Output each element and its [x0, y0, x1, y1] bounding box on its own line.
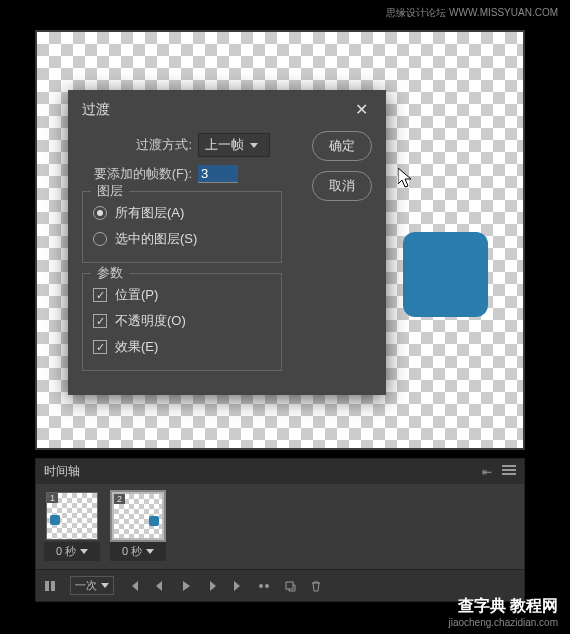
frame-delay-value: 0 秒: [56, 544, 76, 559]
loop-select[interactable]: 一次: [70, 576, 114, 595]
layers-fieldset: 图层 所有图层(A) 选中的图层(S): [82, 191, 282, 263]
timeline-dock-icon[interactable]: ⇤: [482, 465, 492, 479]
timeline-frame[interactable]: 1 0 秒: [44, 492, 100, 561]
dialog-header: 过渡 ✕: [68, 90, 386, 129]
chevron-down-icon: [80, 549, 88, 554]
radio-all-layers-label: 所有图层(A): [115, 204, 184, 222]
frame-number: 1: [47, 493, 58, 503]
frame-content-icon: [50, 515, 60, 525]
loop-value: 一次: [75, 578, 97, 593]
svg-rect-4: [286, 582, 293, 589]
params-legend: 参数: [91, 264, 129, 282]
frames-to-add-input[interactable]: [198, 165, 238, 183]
radio-selected-layers-label: 选中的图层(S): [115, 230, 197, 248]
checkbox-icon: [93, 340, 107, 354]
tween-icon[interactable]: [258, 580, 270, 592]
tween-dialog: 过渡 ✕ 确定 取消 过渡方式: 上一帧 要添加的帧数(F): 图层 所有图层(…: [68, 90, 386, 395]
check-effect[interactable]: 效果(E): [93, 334, 271, 360]
frame-delay-select[interactable]: 0 秒: [110, 542, 166, 561]
cancel-button[interactable]: 取消: [312, 171, 372, 201]
timeline-frames: 1 0 秒 2 0 秒: [36, 484, 524, 569]
frame-content-icon: [149, 516, 159, 526]
tween-method-select[interactable]: 上一帧: [198, 133, 270, 157]
check-opacity[interactable]: 不透明度(O): [93, 308, 271, 334]
last-frame-icon[interactable]: [232, 580, 244, 592]
duplicate-frame-icon[interactable]: [284, 580, 296, 592]
prev-frame-icon[interactable]: [154, 580, 166, 592]
check-effect-label: 效果(E): [115, 338, 158, 356]
chevron-down-icon: [146, 549, 154, 554]
frame-delay-select[interactable]: 0 秒: [44, 542, 100, 561]
radio-selected-layers[interactable]: 选中的图层(S): [93, 226, 271, 252]
tween-method-label: 过渡方式:: [82, 136, 192, 154]
watermark-bottom-url: jiaocheng.chazidian.com: [448, 617, 558, 628]
radio-icon: [93, 206, 107, 220]
first-frame-icon[interactable]: [128, 580, 140, 592]
play-icon[interactable]: [180, 580, 192, 592]
delete-frame-icon[interactable]: [310, 580, 322, 592]
svg-rect-1: [51, 581, 55, 591]
convert-timeline-icon[interactable]: [44, 580, 56, 592]
frame-delay-value: 0 秒: [122, 544, 142, 559]
close-icon[interactable]: ✕: [351, 100, 372, 119]
params-fieldset: 参数 位置(P) 不透明度(O) 效果(E): [82, 273, 282, 371]
watermark-top: 思缘设计论坛 WWW.MISSYUAN.COM: [386, 6, 558, 20]
next-frame-icon[interactable]: [206, 580, 218, 592]
checkbox-icon: [93, 288, 107, 302]
timeline-frame[interactable]: 2 0 秒: [110, 492, 166, 561]
ok-button[interactable]: 确定: [312, 131, 372, 161]
chevron-down-icon: [101, 583, 109, 588]
radio-all-layers[interactable]: 所有图层(A): [93, 200, 271, 226]
check-opacity-label: 不透明度(O): [115, 312, 186, 330]
frames-to-add-label: 要添加的帧数(F):: [82, 165, 192, 183]
chevron-down-icon: [250, 143, 258, 148]
layers-legend: 图层: [91, 182, 129, 200]
timeline-panel: 时间轴 ⇤ 1 0 秒 2 0 秒: [35, 458, 525, 602]
svg-point-3: [265, 584, 269, 588]
svg-rect-0: [45, 581, 49, 591]
check-position[interactable]: 位置(P): [93, 282, 271, 308]
frame-number: 2: [114, 494, 125, 504]
timeline-title: 时间轴: [44, 463, 80, 480]
watermark-bottom-title: 查字典 教程网: [448, 596, 558, 617]
watermark-bottom: 查字典 教程网 jiaocheng.chazidian.com: [448, 596, 558, 628]
tween-method-value: 上一帧: [205, 136, 244, 154]
checkbox-icon: [93, 314, 107, 328]
blue-rounded-rect: [403, 232, 488, 317]
radio-icon: [93, 232, 107, 246]
svg-point-2: [259, 584, 263, 588]
dialog-title: 过渡: [82, 101, 110, 119]
timeline-menu-icon[interactable]: [502, 465, 516, 479]
check-position-label: 位置(P): [115, 286, 158, 304]
